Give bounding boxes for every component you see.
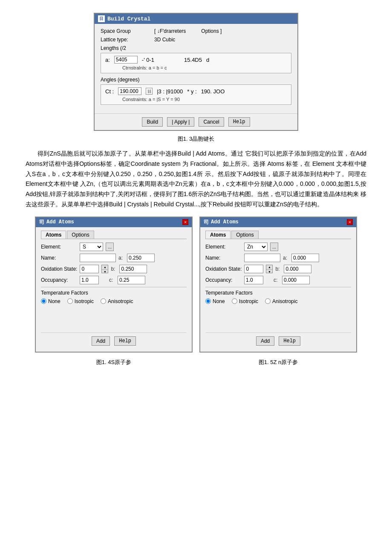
element-dots-right[interactable]: ... bbox=[270, 243, 278, 251]
a-coord-input-right[interactable] bbox=[291, 254, 319, 262]
temp-factors-right: Temperature Factors None Isotropic An bbox=[205, 287, 351, 304]
b-coord-input-right[interactable] bbox=[284, 265, 311, 273]
b3-value: |3 : |91000 bbox=[157, 88, 183, 95]
radio-none-right[interactable]: None bbox=[205, 298, 225, 304]
oxidation-spinner-right[interactable]: ▲ ▼ bbox=[266, 265, 273, 273]
b-coord-label-left: b: bbox=[111, 266, 117, 272]
add-button-left[interactable]: Add bbox=[92, 336, 110, 346]
a-coord-input-left[interactable] bbox=[127, 254, 155, 262]
name-a-row-left: Name: a: bbox=[41, 254, 187, 262]
ct-input[interactable] bbox=[118, 87, 141, 95]
a-input[interactable] bbox=[114, 56, 138, 64]
add-atoms-icon-left: 司 bbox=[39, 219, 44, 226]
add-atoms-title-left: 司 Add Atoms ✕ bbox=[36, 217, 192, 227]
constraint-a: Ctrnstralnls: a = b = c bbox=[105, 65, 287, 70]
cancel-button[interactable]: Cancel bbox=[199, 117, 224, 127]
a-neg-value: -' 0-1 bbox=[142, 57, 154, 63]
constraint-angles: Constraints: a = |S = Y = 90 bbox=[105, 97, 287, 102]
caption-1: 图1. 3晶胞键长 bbox=[26, 135, 366, 143]
element-select-right[interactable]: Zn bbox=[244, 243, 268, 251]
a-coord-label-left: a: bbox=[118, 255, 124, 261]
ct-label: Ct : bbox=[105, 88, 114, 95]
options-link[interactable]: Options ] bbox=[201, 28, 222, 34]
radio-row-right: None Isotropic Anisotropic bbox=[205, 298, 351, 304]
occupancy-input-right[interactable] bbox=[244, 276, 263, 284]
name-input-right[interactable] bbox=[244, 254, 280, 262]
build-crystal-dialog: 目 Build Crystal Space Group [ ↓F'drarret… bbox=[94, 13, 298, 131]
b-coord-label-right: b: bbox=[275, 266, 281, 272]
lattice-label: Lattice type: bbox=[101, 37, 152, 43]
radio-anisotropic-right[interactable]: Anisotropic bbox=[265, 298, 297, 304]
spacer-left bbox=[41, 304, 187, 330]
y-value: 190. JOO bbox=[201, 88, 225, 95]
add-atoms-footer-left: Add Help bbox=[41, 332, 187, 348]
link-icon: ☷ bbox=[146, 88, 153, 95]
spin-up-right[interactable]: ▲ bbox=[266, 265, 272, 270]
captions-row: 图1. 4S原子参 图1. 5Z n原子参 bbox=[26, 358, 366, 366]
lengths-header: Lengths (/2 bbox=[101, 45, 291, 51]
title-right-left: 司 Add Atoms bbox=[204, 219, 239, 226]
lattice-value: 3D Cubic bbox=[154, 37, 175, 43]
add-atoms-label-left: Add Atoms bbox=[46, 219, 74, 225]
space-group-value: [ ↓F'drarreters bbox=[154, 28, 186, 34]
close-button-right[interactable]: ✕ bbox=[347, 219, 353, 225]
tabs-row-right: Atoms Options bbox=[205, 231, 351, 239]
radio-isotropic-left[interactable]: Isotropic bbox=[67, 298, 94, 304]
help-button-right[interactable]: Help bbox=[279, 336, 300, 346]
spin-down-left[interactable]: ▼ bbox=[102, 270, 108, 273]
add-button-right[interactable]: Add bbox=[256, 336, 274, 346]
radio-isotropic-right[interactable]: Isotropic bbox=[232, 298, 258, 304]
spin-up-left[interactable]: ▲ bbox=[102, 265, 108, 270]
b-coord-input-left[interactable] bbox=[119, 265, 147, 273]
element-dots-left[interactable]: ... bbox=[106, 243, 114, 251]
dialog-body: Space Group [ ↓F'drarreters Options ] La… bbox=[95, 24, 297, 113]
element-row-left: Element: S ... bbox=[41, 243, 187, 251]
dialog-title-bar: 目 Build Crystal bbox=[95, 14, 297, 24]
lattice-row: Lattice type: 3D Cubic bbox=[101, 37, 291, 43]
name-label-right: Name: bbox=[205, 255, 242, 261]
c-coord-input-right[interactable] bbox=[282, 276, 310, 284]
help-button-left[interactable]: Help bbox=[114, 336, 136, 346]
oxidation-b-row-left: Oxidation State: ▲ ▼ b: bbox=[41, 265, 187, 273]
tab-atoms-right[interactable]: Atoms bbox=[205, 231, 231, 239]
radio-none-left[interactable]: None bbox=[41, 298, 61, 304]
title-left: 司 Add Atoms bbox=[39, 219, 74, 226]
add-atoms-body-right: Atoms Options Element: Zn ... Name: a: bbox=[200, 227, 356, 352]
a-label: a: bbox=[105, 57, 110, 63]
c-coord-label-right: c: bbox=[274, 277, 280, 283]
space-group-label: Space Group bbox=[101, 28, 152, 34]
temp-factors-left: Temperature Factors None Isotropic An bbox=[41, 287, 187, 304]
spin-down-right[interactable]: ▼ bbox=[266, 270, 272, 273]
name-input-left[interactable] bbox=[80, 254, 116, 262]
lengths-section: a: -' 0-1 15.4D5 d Ctrnstralnls: a = b =… bbox=[101, 53, 291, 73]
occupancy-input-left[interactable] bbox=[80, 276, 99, 284]
add-atoms-icon-right: 司 bbox=[204, 219, 209, 226]
oxidation-input-left[interactable] bbox=[80, 265, 99, 273]
dialog-title: Build Crystal bbox=[107, 16, 150, 22]
apply-button[interactable]: | Apply | bbox=[167, 117, 194, 127]
tab-options-left[interactable]: Options bbox=[67, 231, 94, 239]
page: 目 Build Crystal Space Group [ ↓F'drarret… bbox=[0, 0, 392, 379]
oxidation-spinner-left[interactable]: ▲ ▼ bbox=[101, 265, 108, 273]
occupancy-label-right: Occupancy: bbox=[205, 277, 242, 283]
spacer-right bbox=[205, 304, 351, 330]
close-button-left[interactable]: ✕ bbox=[182, 219, 188, 225]
radio-anisotropic-left[interactable]: Anisotropic bbox=[101, 298, 133, 304]
add-atoms-footer-right: Add Help bbox=[205, 332, 351, 348]
tab-options-right[interactable]: Options bbox=[231, 231, 258, 239]
add-atoms-dialog-left: 司 Add Atoms ✕ Atoms Options Element: S .… bbox=[35, 217, 193, 353]
oxidation-input-right[interactable] bbox=[244, 265, 263, 273]
caption-5: 图1. 5Z n原子参 bbox=[199, 358, 357, 366]
name-label-left: Name: bbox=[41, 255, 77, 261]
add-atoms-dialog-right: 司 Add Atoms ✕ Atoms Options Element: Zn … bbox=[199, 217, 357, 353]
help-button[interactable]: Help bbox=[228, 117, 250, 127]
c-coord-input-left[interactable] bbox=[118, 276, 145, 284]
build-button[interactable]: Build bbox=[142, 117, 163, 127]
oxidation-label-left: Oxidation State: bbox=[41, 266, 77, 272]
tab-atoms-left[interactable]: Atoms bbox=[41, 231, 66, 239]
lengths-row: a: -' 0-1 15.4D5 d bbox=[105, 56, 287, 64]
element-label-left: Element: bbox=[41, 244, 77, 250]
element-select-left[interactable]: S bbox=[80, 243, 103, 251]
element-label-right: Element: bbox=[205, 244, 242, 250]
angles-section: Ct : ☷ |3 : |91000 * y : 190. JOO Constr… bbox=[101, 84, 291, 105]
